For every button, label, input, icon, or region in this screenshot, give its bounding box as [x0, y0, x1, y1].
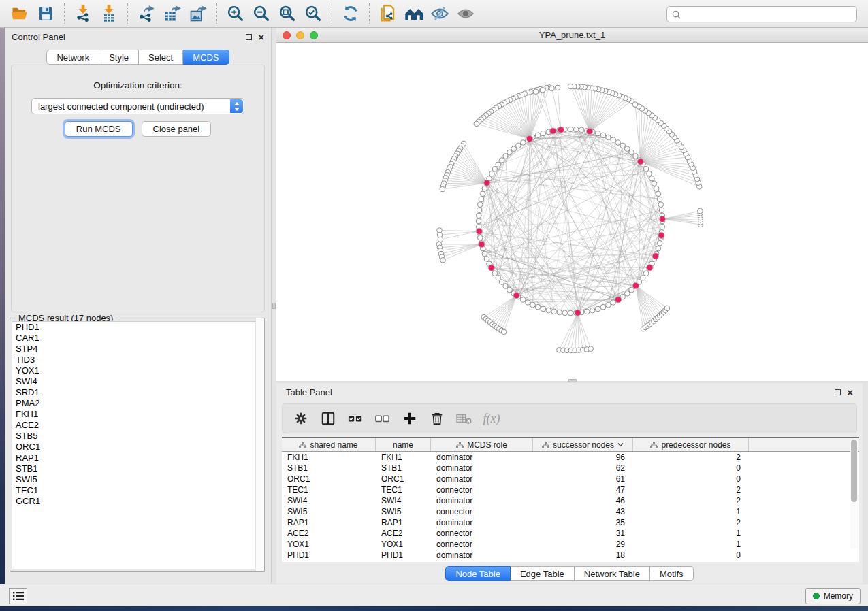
network-node-dominator[interactable] [575, 310, 581, 316]
network-node[interactable] [479, 197, 484, 202]
network-node-dominator[interactable] [658, 232, 664, 238]
network-node[interactable] [507, 287, 513, 293]
network-node-dominator[interactable] [615, 297, 622, 303]
tab-network-table[interactable]: Network Table [575, 566, 650, 581]
table-row[interactable]: TEC1TEC1connector472 [282, 484, 859, 495]
network-node-dominator[interactable] [558, 127, 564, 133]
mcds-result-item[interactable]: PHD1 [12, 322, 262, 333]
network-node[interactable] [568, 310, 573, 316]
network-node[interactable] [541, 306, 546, 312]
network-node[interactable] [615, 140, 621, 146]
network-node[interactable] [557, 310, 562, 315]
table-row[interactable]: YOX1YOX1connector291 [282, 539, 859, 550]
splitter-grip[interactable] [568, 379, 577, 382]
search-input[interactable] [681, 10, 852, 19]
network-node[interactable] [660, 224, 665, 229]
network-node[interactable] [526, 300, 531, 306]
network-node[interactable] [629, 150, 634, 155]
network-node[interactable] [535, 133, 541, 138]
deselect-all-button[interactable] [374, 410, 391, 427]
network-node-dominator[interactable] [659, 216, 665, 222]
float-panel-icon[interactable] [246, 34, 252, 40]
network-node[interactable] [568, 84, 573, 89]
tab-node-table[interactable]: Node Table [445, 566, 511, 581]
column-header-name[interactable]: name [376, 438, 431, 451]
mcds-result-item[interactable]: PMA2 [12, 398, 262, 409]
zoom-in-button[interactable] [223, 2, 248, 25]
network-node[interactable] [533, 89, 539, 95]
table-row[interactable]: PHD1PHD1dominator180 [282, 550, 859, 561]
show-all-windows-button[interactable] [401, 2, 427, 25]
table-settings-button[interactable] [292, 410, 310, 427]
network-node[interactable] [511, 146, 517, 152]
mcds-result-item[interactable]: SWI5 [12, 474, 262, 485]
mcds-result-item[interactable]: RAP1 [12, 452, 262, 463]
network-node[interactable] [440, 186, 445, 192]
mcds-result-item[interactable]: ACE2 [12, 420, 262, 431]
network-node[interactable] [492, 167, 498, 172]
network-node[interactable] [590, 308, 596, 313]
network-node[interactable] [503, 154, 509, 159]
splitter-grip[interactable] [272, 303, 276, 309]
network-node-dominator[interactable] [587, 128, 593, 134]
network-node[interactable] [643, 271, 649, 276]
network-node[interactable] [440, 258, 446, 263]
network-node[interactable] [507, 150, 513, 155]
network-node[interactable] [476, 213, 481, 218]
network-node[interactable] [499, 158, 504, 163]
network-node[interactable] [492, 271, 498, 276]
zoom-out-button[interactable] [248, 2, 274, 25]
function-builder-button-disabled[interactable]: f(x) [483, 410, 500, 427]
network-node[interactable] [641, 276, 646, 281]
mcds-list-scrollbar[interactable] [255, 318, 264, 571]
network-node[interactable] [657, 197, 662, 202]
mcds-result-item[interactable]: CAR1 [12, 333, 262, 344]
open-file-button[interactable] [7, 2, 33, 25]
network-node[interactable] [555, 85, 560, 90]
network-node[interactable] [643, 167, 649, 172]
network-node[interactable] [656, 191, 661, 197]
column-header-shared-name[interactable]: shared name [282, 438, 376, 451]
export-image-button[interactable] [185, 2, 211, 25]
network-node[interactable] [611, 137, 616, 143]
network-node[interactable] [656, 246, 661, 251]
network-node[interactable] [501, 329, 507, 335]
table-row[interactable]: STB1STB1dominator620 [282, 463, 859, 474]
task-history-button[interactable] [9, 588, 27, 604]
network-node[interactable] [579, 127, 585, 133]
network-node-dominator[interactable] [652, 253, 658, 259]
export-table-button[interactable] [159, 2, 185, 25]
column-header-predecessor-nodes[interactable]: predecessor nodes [633, 438, 749, 451]
mcds-result-item[interactable]: SWI4 [12, 376, 262, 387]
mcds-result-item[interactable]: SRD1 [12, 387, 262, 398]
table-scrollbar-thumb[interactable] [851, 440, 857, 502]
network-node[interactable] [657, 241, 662, 246]
refresh-layout-button[interactable] [338, 2, 364, 25]
network-node-dominator[interactable] [476, 228, 482, 234]
save-session-button[interactable] [33, 2, 59, 25]
network-node[interactable] [480, 191, 485, 197]
memory-button[interactable]: Memory [805, 588, 861, 604]
select-all-button[interactable] [347, 410, 364, 427]
table-row[interactable]: SWI5SWI5connector431 [282, 506, 859, 517]
network-node[interactable] [600, 304, 606, 310]
network-node[interactable] [520, 297, 526, 303]
network-node[interactable] [568, 127, 573, 132]
tab-motifs[interactable]: Motifs [650, 566, 694, 581]
network-node[interactable] [477, 235, 483, 241]
network-node[interactable] [606, 135, 611, 140]
network-node[interactable] [551, 309, 557, 314]
tab-edge-table[interactable]: Edge Table [511, 566, 575, 581]
close-panel-icon[interactable]: × [258, 34, 264, 40]
network-node[interactable] [573, 127, 579, 132]
network-node[interactable] [499, 280, 504, 285]
network-node[interactable] [658, 202, 664, 208]
network-node[interactable] [588, 346, 594, 352]
table-row[interactable]: RAP1RAP1dominator352 [282, 517, 859, 528]
mcds-result-item[interactable]: YOX1 [12, 365, 262, 376]
mcds-result-item[interactable]: GCR1 [12, 496, 262, 507]
tab-style[interactable]: Style [99, 50, 139, 65]
network-node[interactable] [647, 171, 652, 176]
table-row[interactable]: SWI4SWI4dominator462 [282, 495, 859, 506]
network-canvas[interactable] [276, 43, 868, 381]
